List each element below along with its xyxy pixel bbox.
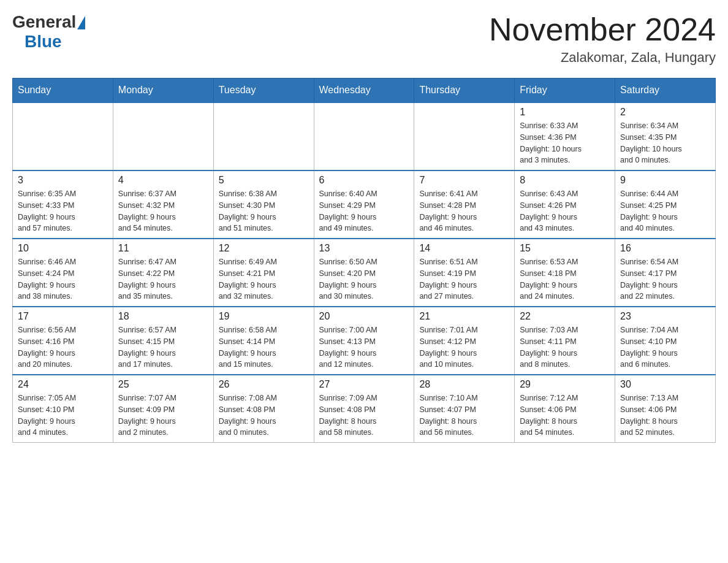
calendar-cell: 19Sunrise: 6:58 AM Sunset: 4:14 PM Dayli…: [213, 307, 314, 375]
day-number: 20: [319, 311, 409, 322]
calendar-cell: [113, 102, 213, 170]
day-number: 10: [18, 243, 108, 254]
day-info: Sunrise: 7:07 AM Sunset: 4:09 PM Dayligh…: [118, 393, 208, 439]
day-number: 28: [419, 379, 509, 390]
day-number: 14: [419, 243, 509, 254]
day-info: Sunrise: 7:04 AM Sunset: 4:10 PM Dayligh…: [620, 324, 710, 370]
day-info: Sunrise: 7:00 AM Sunset: 4:13 PM Dayligh…: [319, 324, 409, 370]
calendar-cell: 5Sunrise: 6:38 AM Sunset: 4:30 PM Daylig…: [213, 170, 314, 239]
day-number: 11: [118, 243, 208, 254]
day-number: 4: [118, 175, 208, 186]
day-number: 18: [118, 311, 208, 322]
calendar-cell: 23Sunrise: 7:04 AM Sunset: 4:10 PM Dayli…: [615, 307, 716, 375]
calendar-cell: 28Sunrise: 7:10 AM Sunset: 4:07 PM Dayli…: [414, 375, 515, 443]
day-number: 30: [620, 379, 710, 390]
day-number: 15: [520, 243, 610, 254]
day-info: Sunrise: 7:05 AM Sunset: 4:10 PM Dayligh…: [18, 393, 108, 439]
month-title: November 2024: [489, 12, 716, 47]
day-number: 19: [219, 311, 309, 322]
day-number: 17: [18, 311, 108, 322]
calendar-cell: [13, 102, 113, 170]
day-number: 25: [118, 379, 208, 390]
day-info: Sunrise: 7:01 AM Sunset: 4:12 PM Dayligh…: [419, 324, 509, 370]
calendar-cell: 20Sunrise: 7:00 AM Sunset: 4:13 PM Dayli…: [314, 307, 414, 375]
calendar-cell: [314, 102, 414, 170]
calendar-header-row: SundayMondayTuesdayWednesdayThursdayFrid…: [13, 79, 716, 103]
calendar-cell: 2Sunrise: 6:34 AM Sunset: 4:35 PM Daylig…: [615, 102, 716, 170]
day-number: 8: [520, 175, 610, 186]
day-info: Sunrise: 6:57 AM Sunset: 4:15 PM Dayligh…: [118, 324, 208, 370]
calendar-cell: 7Sunrise: 6:41 AM Sunset: 4:28 PM Daylig…: [414, 170, 515, 239]
day-number: 23: [620, 311, 710, 322]
calendar-week-1: 1Sunrise: 6:33 AM Sunset: 4:36 PM Daylig…: [13, 102, 716, 170]
calendar-cell: 30Sunrise: 7:13 AM Sunset: 4:06 PM Dayli…: [615, 375, 716, 443]
day-info: Sunrise: 6:50 AM Sunset: 4:20 PM Dayligh…: [319, 256, 409, 302]
day-number: 6: [319, 175, 409, 186]
calendar-header-wednesday: Wednesday: [314, 79, 414, 103]
day-number: 9: [620, 175, 710, 186]
calendar-cell: 25Sunrise: 7:07 AM Sunset: 4:09 PM Dayli…: [113, 375, 213, 443]
title-section: November 2024 Zalakomar, Zala, Hungary: [489, 12, 716, 66]
logo: General Blue: [12, 12, 85, 52]
day-number: 13: [319, 243, 409, 254]
calendar-header-saturday: Saturday: [615, 79, 716, 103]
day-info: Sunrise: 7:13 AM Sunset: 4:06 PM Dayligh…: [620, 393, 710, 439]
location: Zalakomar, Zala, Hungary: [489, 50, 716, 66]
day-info: Sunrise: 6:35 AM Sunset: 4:33 PM Dayligh…: [18, 188, 108, 234]
day-number: 21: [419, 311, 509, 322]
day-info: Sunrise: 6:38 AM Sunset: 4:30 PM Dayligh…: [219, 188, 309, 234]
calendar-header-tuesday: Tuesday: [213, 79, 314, 103]
day-info: Sunrise: 6:33 AM Sunset: 4:36 PM Dayligh…: [520, 120, 610, 166]
calendar-cell: 22Sunrise: 7:03 AM Sunset: 4:11 PM Dayli…: [515, 307, 615, 375]
day-info: Sunrise: 6:40 AM Sunset: 4:29 PM Dayligh…: [319, 188, 409, 234]
day-info: Sunrise: 6:34 AM Sunset: 4:35 PM Dayligh…: [620, 120, 710, 166]
calendar-cell: 15Sunrise: 6:53 AM Sunset: 4:18 PM Dayli…: [515, 239, 615, 307]
calendar-cell: 12Sunrise: 6:49 AM Sunset: 4:21 PM Dayli…: [213, 239, 314, 307]
calendar-week-2: 3Sunrise: 6:35 AM Sunset: 4:33 PM Daylig…: [13, 170, 716, 239]
calendar-header-friday: Friday: [515, 79, 615, 103]
day-number: 1: [520, 107, 610, 118]
calendar-cell: 9Sunrise: 6:44 AM Sunset: 4:25 PM Daylig…: [615, 170, 716, 239]
day-number: 16: [620, 243, 710, 254]
calendar-week-5: 24Sunrise: 7:05 AM Sunset: 4:10 PM Dayli…: [13, 375, 716, 443]
calendar-cell: 10Sunrise: 6:46 AM Sunset: 4:24 PM Dayli…: [13, 239, 113, 307]
calendar-header-monday: Monday: [113, 79, 213, 103]
calendar-cell: 8Sunrise: 6:43 AM Sunset: 4:26 PM Daylig…: [515, 170, 615, 239]
day-info: Sunrise: 7:03 AM Sunset: 4:11 PM Dayligh…: [520, 324, 610, 370]
calendar-cell: [414, 102, 515, 170]
calendar-cell: 17Sunrise: 6:56 AM Sunset: 4:16 PM Dayli…: [13, 307, 113, 375]
day-info: Sunrise: 6:43 AM Sunset: 4:26 PM Dayligh…: [520, 188, 610, 234]
logo-text-blue: Blue: [25, 32, 62, 51]
calendar-cell: 21Sunrise: 7:01 AM Sunset: 4:12 PM Dayli…: [414, 307, 515, 375]
calendar-cell: 18Sunrise: 6:57 AM Sunset: 4:15 PM Dayli…: [113, 307, 213, 375]
calendar-cell: 29Sunrise: 7:12 AM Sunset: 4:06 PM Dayli…: [515, 375, 615, 443]
day-info: Sunrise: 6:44 AM Sunset: 4:25 PM Dayligh…: [620, 188, 710, 234]
calendar-cell: 1Sunrise: 6:33 AM Sunset: 4:36 PM Daylig…: [515, 102, 615, 170]
calendar-cell: 24Sunrise: 7:05 AM Sunset: 4:10 PM Dayli…: [13, 375, 113, 443]
day-info: Sunrise: 7:12 AM Sunset: 4:06 PM Dayligh…: [520, 393, 610, 439]
calendar-cell: 26Sunrise: 7:08 AM Sunset: 4:08 PM Dayli…: [213, 375, 314, 443]
calendar-cell: 4Sunrise: 6:37 AM Sunset: 4:32 PM Daylig…: [113, 170, 213, 239]
day-number: 3: [18, 175, 108, 186]
day-info: Sunrise: 6:41 AM Sunset: 4:28 PM Dayligh…: [419, 188, 509, 234]
calendar-cell: 16Sunrise: 6:54 AM Sunset: 4:17 PM Dayli…: [615, 239, 716, 307]
day-info: Sunrise: 6:47 AM Sunset: 4:22 PM Dayligh…: [118, 256, 208, 302]
calendar-cell: 11Sunrise: 6:47 AM Sunset: 4:22 PM Dayli…: [113, 239, 213, 307]
day-number: 7: [419, 175, 509, 186]
calendar-header-sunday: Sunday: [13, 79, 113, 103]
day-info: Sunrise: 7:08 AM Sunset: 4:08 PM Dayligh…: [219, 393, 309, 439]
day-info: Sunrise: 6:54 AM Sunset: 4:17 PM Dayligh…: [620, 256, 710, 302]
day-number: 5: [219, 175, 309, 186]
day-number: 24: [18, 379, 108, 390]
day-info: Sunrise: 6:58 AM Sunset: 4:14 PM Dayligh…: [219, 324, 309, 370]
calendar-cell: 3Sunrise: 6:35 AM Sunset: 4:33 PM Daylig…: [13, 170, 113, 239]
calendar-week-3: 10Sunrise: 6:46 AM Sunset: 4:24 PM Dayli…: [13, 239, 716, 307]
calendar-cell: [213, 102, 314, 170]
calendar-header-thursday: Thursday: [414, 79, 515, 103]
calendar-table: SundayMondayTuesdayWednesdayThursdayFrid…: [12, 78, 716, 443]
day-info: Sunrise: 6:51 AM Sunset: 4:19 PM Dayligh…: [419, 256, 509, 302]
day-info: Sunrise: 6:56 AM Sunset: 4:16 PM Dayligh…: [18, 324, 108, 370]
day-number: 22: [520, 311, 610, 322]
day-number: 27: [319, 379, 409, 390]
page-header: General Blue November 2024 Zalakomar, Za…: [12, 12, 716, 66]
